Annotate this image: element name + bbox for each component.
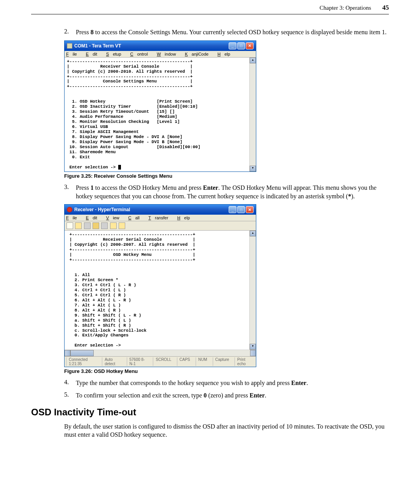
toolbar-call-icon[interactable] [84,222,91,229]
close-button[interactable]: ✕ [246,206,254,213]
key-8: 8 [91,29,94,35]
page-number: 45 [382,4,389,11]
chapter-title: Chapter 3: Operations [320,5,371,11]
scroll-left-icon[interactable] [65,350,70,356]
status-capture: Capture [213,357,232,366]
vertical-scrollbar[interactable]: ▴ ▾ [249,231,256,350]
scroll-thumb[interactable] [70,350,94,356]
horizontal-scrollbar[interactable] [65,350,256,356]
menu-edit[interactable]: Edit [86,52,101,56]
menu-help[interactable]: Help [177,215,194,220]
toolbar-props-icon[interactable] [119,222,125,229]
tera-term-window: COM1 - Tera Term VT _ □ ✕ File Edit Setu… [64,40,256,172]
status-baud: 57600 8-N-1 [127,357,150,366]
toolbar-receive-icon[interactable] [110,222,117,229]
figure-3-25-caption: Figure 3.25: Receiver Console Settings M… [64,173,389,179]
status-connected: Connected 1:21:35 [66,357,99,366]
step-3: 3. Press 1 to access the OSD Hotkey Menu… [64,184,389,200]
step-2: 2. Press 8 to access the Console Setting… [64,28,389,37]
scroll-track[interactable] [250,236,256,344]
cursor-icon [118,165,121,170]
step-num: 3. [64,184,76,200]
scroll-track[interactable] [250,63,256,166]
toolbar-send-icon[interactable] [101,222,108,229]
scroll-track[interactable] [94,350,250,356]
terminal-content: +---------------------------------------… [65,58,249,172]
asterisk: * [348,193,351,200]
status-num: NUM [196,357,210,366]
menubar: File Edit View Call Transfer Help [65,215,256,221]
scroll-up-icon[interactable]: ▴ [250,58,256,63]
figure-3-26-caption: Figure 3.26: OSD Hotkey Menu [64,368,389,374]
page-header-line: Chapter 3: Operations 45 [31,4,389,14]
status-scroll: SCROLL [153,357,173,366]
menu-kanji[interactable]: KanjiCode [185,52,212,56]
maximize-button[interactable]: □ [237,206,245,213]
status-print: Print echo [234,357,254,366]
menu-transfer[interactable]: Transfer [149,215,172,220]
statusbar: Connected 1:21:35 Auto detect 57600 8-N-… [65,356,256,367]
section-heading-osd-timeout: OSD Inactivity Time-out [31,407,389,418]
window-title: COM1 - Tera Term VT [74,43,121,49]
minimize-button[interactable]: _ [229,206,236,213]
menu-call[interactable]: Call [128,215,144,220]
menu-file[interactable]: File [66,215,81,220]
terminal-content: +---------------------------------------… [65,231,249,350]
toolbar-open-icon[interactable] [75,222,82,229]
body-paragraph-1: By default, the user station is configur… [64,422,389,439]
step-text: Press 1 to access the OSD Hotkey Menu an… [76,184,389,200]
menu-edit[interactable]: Edit [86,215,101,220]
toolbar-new-icon[interactable] [66,222,73,229]
step-num: 2. [64,28,76,37]
scroll-up-icon[interactable]: ▴ [250,231,256,236]
key-enter: Enter [291,380,306,386]
vertical-scrollbar[interactable]: ▴ ▾ [249,58,256,172]
toolbar-disconnect-icon[interactable] [93,222,99,229]
step-5: 5. To confirm your selection and exit th… [64,391,389,400]
step-text: Type the number that corresponds to the … [76,379,389,387]
menu-control[interactable]: Control [130,52,152,56]
menu-help[interactable]: Help [217,52,234,56]
toolbar [65,221,256,231]
menu-setup[interactable]: Setup [106,52,125,56]
page-header: Chapter 3: Operations 45 [31,4,389,12]
titlebar: COM1 - Tera Term VT _ □ ✕ [65,41,256,51]
minimize-button[interactable]: _ [229,42,236,49]
key-0: 0 [204,392,207,399]
step-num: 5. [64,391,76,400]
window-title: Receiver - HyperTerminal [74,207,130,212]
key-enter: Enter [203,184,218,191]
hyperterminal-window: Receiver - HyperTerminal _ □ ✕ File Edit… [64,204,256,367]
app-icon [67,207,72,212]
scroll-down-icon[interactable]: ▾ [250,344,256,350]
key-1: 1 [91,184,94,191]
menu-view[interactable]: View [106,215,123,220]
step-text: To confirm your selection and exit the s… [76,391,389,400]
app-icon [67,43,72,49]
status-detect: Auto detect [102,357,124,366]
titlebar: Receiver - HyperTerminal _ □ ✕ [65,205,256,215]
scroll-down-icon[interactable]: ▾ [250,166,256,172]
step-num: 4. [64,379,76,387]
step-4: 4. Type the number that corresponds to t… [64,379,389,387]
window-buttons: _ □ ✕ [229,206,254,213]
scroll-right-icon[interactable] [250,350,256,356]
key-enter: Enter [250,392,265,399]
menu-file[interactable]: File [66,52,81,56]
maximize-button[interactable]: □ [237,42,245,49]
window-buttons: _ □ ✕ [229,42,254,49]
step-text: Press 8 to access the Console Settings M… [76,28,389,37]
menu-window[interactable]: Window [157,52,180,56]
close-button[interactable]: ✕ [246,42,254,49]
status-caps: CAPS [177,357,192,366]
menubar: File Edit Setup Control Window KanjiCode… [65,51,256,58]
